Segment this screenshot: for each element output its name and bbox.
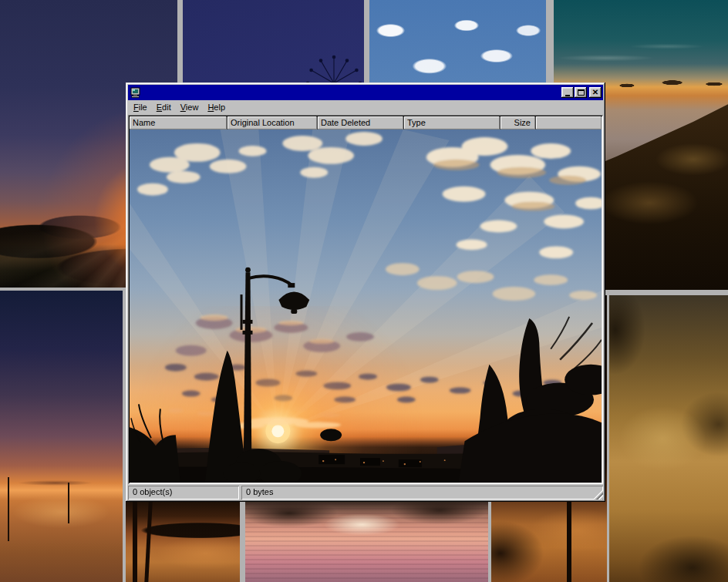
window-controls: ✕ (561, 87, 602, 98)
column-header-filler[interactable] (536, 116, 602, 130)
menu-edit[interactable]: Edit (152, 101, 176, 114)
column-header-type[interactable]: Type (404, 116, 501, 130)
computer-app-icon[interactable] (130, 86, 142, 99)
column-header-row: Name Original Location Date Deleted Type… (130, 116, 602, 130)
column-header-date-deleted[interactable]: Date Deleted (318, 116, 404, 130)
column-header-original-location[interactable]: Original Location (228, 116, 318, 130)
recycle-bin-window: ✕ File Edit View Help Name Original Loca… (126, 82, 605, 502)
lagoon-pole (68, 483, 69, 523)
client-area-photo[interactable] (130, 130, 602, 483)
column-header-name[interactable]: Name (130, 116, 228, 130)
sunset-lamp-post-illustration (130, 130, 602, 483)
maximize-button[interactable] (575, 87, 587, 98)
minimize-button[interactable] (561, 87, 574, 98)
wallpaper-tile-purple-lagoon (0, 291, 123, 582)
column-header-size[interactable]: Size (501, 116, 536, 130)
menu-file[interactable]: File (129, 101, 152, 114)
close-icon: ✕ (592, 89, 598, 96)
lagoon-pole (8, 477, 9, 541)
maximize-icon (578, 89, 585, 96)
status-bar: 0 object(s) 0 bytes (128, 484, 603, 500)
menu-view[interactable]: View (176, 101, 204, 114)
wallpaper-tile-golden-haze (609, 295, 728, 582)
desktop: { "desktop": { "gap_color": "#b2b2b2", "… (0, 0, 728, 582)
status-byte-count: 0 bytes (241, 486, 603, 500)
menu-bar: File Edit View Help (128, 100, 603, 115)
title-bar[interactable]: ✕ (128, 85, 603, 100)
minimize-icon (565, 95, 570, 96)
file-list-view: Name Original Location Date Deleted Type… (128, 115, 603, 484)
close-button[interactable]: ✕ (589, 87, 602, 98)
menu-help[interactable]: Help (203, 101, 230, 114)
status-object-count: 0 object(s) (128, 486, 239, 500)
